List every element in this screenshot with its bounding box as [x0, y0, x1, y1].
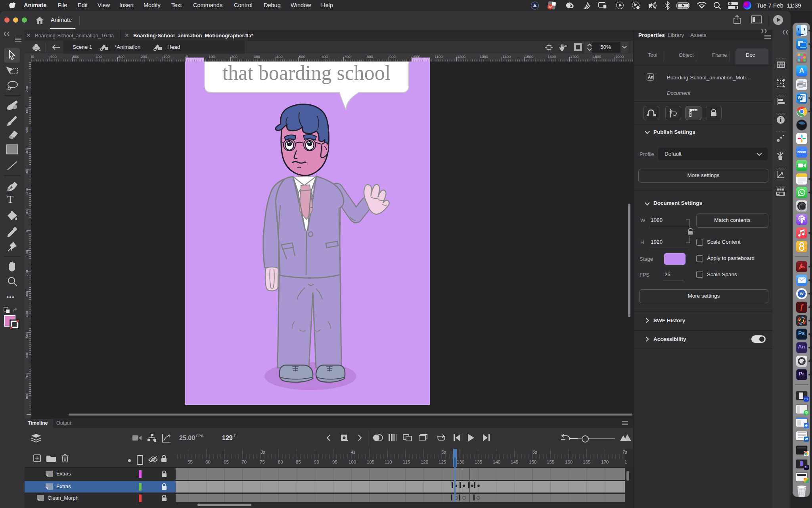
svg-text:that boarding school: that boarding school — [222, 62, 391, 84]
